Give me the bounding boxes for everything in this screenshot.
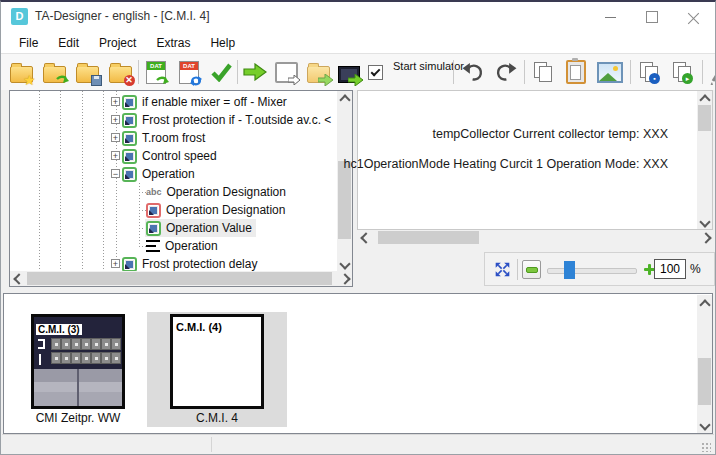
scroll-down-icon[interactable]: [339, 258, 350, 269]
minimize-icon: [605, 17, 616, 18]
image-element-icon: [122, 131, 137, 146]
scroll-up-icon[interactable]: [699, 94, 710, 105]
preview-vertical-scrollbar[interactable]: [697, 91, 712, 229]
scroll-down-icon[interactable]: [699, 419, 710, 430]
zoom-slider-thumb[interactable]: [564, 261, 575, 279]
tree-item[interactable]: +Frost protection if - T.outside av.c. <: [10, 111, 337, 129]
check-icon: [210, 62, 232, 82]
picker-tool-button[interactable]: [704, 58, 716, 86]
pages-vertical-scrollbar[interactable]: [697, 295, 712, 433]
scroll-up-icon[interactable]: [699, 299, 710, 310]
tree-item[interactable]: Operation: [10, 237, 337, 255]
minimize-button[interactable]: [593, 2, 627, 32]
collapse-minus-toggle[interactable]: −: [111, 169, 120, 178]
tree-item-label: Control speed: [142, 149, 217, 163]
tree-item[interactable]: +Control speed: [10, 147, 337, 165]
insert-image-button[interactable]: [596, 58, 624, 86]
export-window-button[interactable]: [272, 58, 300, 86]
menu-help[interactable]: Help: [200, 34, 245, 52]
scroll-right-icon[interactable]: [700, 232, 711, 243]
tree-item[interactable]: Operation Value: [10, 219, 337, 237]
separator: [517, 259, 518, 280]
page-label[interactable]: CMI Zeitpr. WW: [21, 411, 135, 425]
export-button[interactable]: [241, 58, 269, 86]
expand-plus-toggle[interactable]: +: [111, 97, 120, 106]
expand-plus-toggle[interactable]: +: [111, 259, 120, 268]
copy-save-button[interactable]: ▪: [635, 58, 663, 86]
bracket-glyph: [38, 339, 45, 349]
image-element-icon: [122, 113, 137, 128]
close-button[interactable]: [677, 2, 711, 32]
expand-plus-toggle[interactable]: +: [111, 151, 120, 160]
tree-content: +if enable mixer = off - Mixer+Frost pro…: [10, 91, 337, 271]
mini-button: [111, 352, 121, 364]
page-label[interactable]: C.M.I. 4: [160, 411, 274, 425]
scroll-up-icon[interactable]: [339, 94, 350, 105]
save-project-button[interactable]: [73, 58, 101, 86]
menu-project[interactable]: Project: [89, 34, 146, 52]
reload-dat-button[interactable]: DAT: [175, 58, 203, 86]
scroll-right-icon[interactable]: [339, 273, 350, 284]
tree-item[interactable]: +Frost protection delay: [10, 255, 337, 271]
zoom-value-input[interactable]: [654, 259, 686, 279]
tree-horizontal-scrollbar[interactable]: [10, 271, 352, 286]
undo-button[interactable]: [459, 58, 487, 86]
tree-item[interactable]: Operation Designation: [10, 201, 337, 219]
scroll-left-icon[interactable]: [13, 273, 24, 284]
thumbnail-preview: C.M.I. (3): [34, 317, 122, 406]
tree-vertical-scrollbar[interactable]: [337, 91, 352, 271]
preview-horizontal-scrollbar[interactable]: [357, 230, 713, 245]
menu-file[interactable]: File: [9, 34, 48, 52]
tree-item[interactable]: −Operation: [10, 165, 337, 183]
scrollbar-thumb[interactable]: [338, 161, 351, 239]
folder-icon: [307, 66, 330, 83]
export-folder-button[interactable]: [304, 58, 332, 86]
image-element-icon: [122, 149, 137, 164]
zoom-controls: %: [484, 252, 715, 286]
scroll-down-icon[interactable]: [699, 216, 710, 227]
paste-button[interactable]: [562, 58, 590, 86]
open-project-button[interactable]: [40, 58, 68, 86]
undo-icon: [462, 62, 485, 82]
fit-to-window-button[interactable]: [494, 261, 511, 278]
preview-text-line: tempCollector Current collector temp: XX…: [432, 127, 668, 141]
expand-plus-toggle[interactable]: +: [111, 115, 120, 124]
scrollbar-thumb[interactable]: [698, 105, 711, 131]
scrollbar-thumb[interactable]: [27, 272, 332, 285]
scrollbar-thumb[interactable]: [698, 358, 711, 405]
mini-button: [111, 338, 121, 350]
toolbar-separator: [524, 60, 525, 84]
menu-extras[interactable]: Extras: [146, 34, 200, 52]
menu-edit[interactable]: Edit: [48, 34, 89, 52]
tree-item[interactable]: +T.room frost: [10, 129, 337, 147]
page-thumbnail-cmi3[interactable]: C.M.I. (3): [31, 314, 125, 409]
start-simulator-checkbox[interactable]: [367, 58, 383, 86]
expand-plus-toggle[interactable]: +: [111, 133, 120, 142]
toolbar-separator: [630, 60, 631, 84]
gray-arrow-icon: [288, 75, 300, 85]
tree-item[interactable]: abcOperation Designation: [10, 183, 337, 201]
image-element-icon: [146, 221, 161, 236]
close-project-button[interactable]: ✕: [106, 58, 134, 86]
page-thumbnail-cmi4[interactable]: C.M.I. (4): [170, 314, 264, 409]
copy-button[interactable]: [529, 58, 557, 86]
redo-icon: [494, 62, 517, 82]
validate-button[interactable]: [207, 58, 235, 86]
resize-grip-icon[interactable]: [701, 442, 711, 452]
new-project-button[interactable]: ★: [7, 58, 35, 86]
export-screen-button[interactable]: [335, 58, 363, 86]
pages-panel: C.M.I. (3) CMI Zeitpr. WW C.M.I. (4) C.M…: [3, 293, 713, 434]
thumbnail-title: C.M.I. (3): [36, 324, 82, 335]
copy-save-icon: ▪: [640, 62, 658, 82]
zoom-slider-track[interactable]: [547, 268, 637, 274]
copy-run-button[interactable]: ▸: [668, 58, 696, 86]
tree-item[interactable]: +if enable mixer = off - Mixer: [10, 93, 337, 111]
dat-badge: DAT: [180, 62, 198, 70]
scrollbar-thumb[interactable]: [378, 231, 479, 244]
redo-button[interactable]: [491, 58, 519, 86]
import-dat-button[interactable]: DAT: [142, 58, 170, 86]
scroll-left-icon[interactable]: [360, 232, 371, 243]
mini-button: [61, 352, 71, 364]
zoom-out-button[interactable]: [522, 260, 541, 279]
maximize-button[interactable]: [635, 2, 669, 32]
